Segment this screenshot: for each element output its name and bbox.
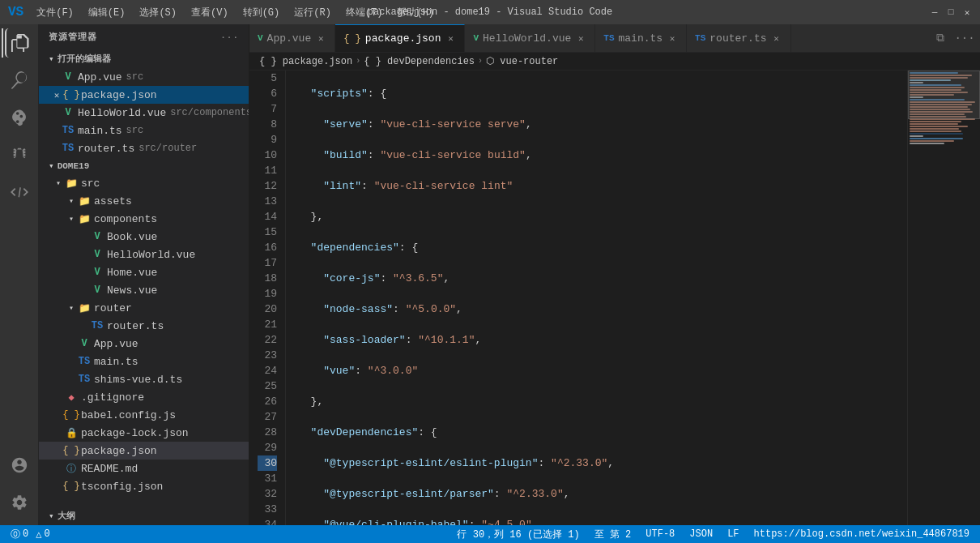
open-editors-section[interactable]: ▾ 打开的编辑器 (39, 49, 249, 68)
ts-file-icon: TS (78, 355, 91, 368)
folder-chevron: ▾ (65, 212, 78, 225)
settings-activity-icon[interactable] (5, 488, 34, 517)
cursor-position-status[interactable]: 行 30，列 16 (已选择 1) (454, 525, 582, 543)
tree-item-app-vue[interactable]: V App.vue (39, 335, 249, 353)
open-editor-app-vue[interactable]: V App.vue src (39, 68, 249, 86)
tree-item-package-lock[interactable]: 🔒 package-lock.json (39, 424, 249, 442)
tab-close-button[interactable]: ✕ (771, 32, 782, 44)
breadcrumb-dev-dependencies[interactable]: { } devDependencies (364, 56, 475, 67)
tree-item-main-ts[interactable]: TS main.ts (39, 353, 249, 370)
open-editor-main-ts[interactable]: TS main.ts src (39, 122, 249, 139)
explorer-activity-icon[interactable] (5, 28, 34, 58)
open-editor-helloworld-vue[interactable]: V HelloWorld.vue src/components (39, 104, 249, 122)
maximize-button[interactable]: □ (946, 7, 956, 17)
status-bar: ⓪ 0 △ 0 行 30，列 16 (已选择 1) 至 第 2 UTF-8 JS… (0, 525, 980, 543)
split-editor-button[interactable]: ⧉ (929, 27, 952, 49)
ts-file-icon: TS (62, 124, 75, 137)
tree-item-shims-vue[interactable]: TS shims-vue.d.ts (39, 370, 249, 388)
menu-select[interactable]: 选择(S) (133, 3, 183, 22)
close-icon[interactable]: ✕ (52, 90, 62, 100)
sidebar: 资源管理器 ··· ▾ 打开的编辑器 V App.vue src ✕ { } p… (39, 24, 249, 525)
json-file-icon: { } (65, 88, 78, 101)
eol-status[interactable]: LF (725, 525, 741, 543)
tree-item-book-vue[interactable]: V Book.vue (39, 228, 249, 246)
search-activity-icon[interactable] (5, 66, 34, 95)
tab-actions: ⧉ ··· (929, 27, 980, 49)
tab-package-json[interactable]: { } package.json ✕ (335, 24, 465, 53)
minimize-button[interactable]: — (930, 7, 940, 17)
gitignore-file-icon: ◆ (65, 391, 78, 404)
tree-item-babel-config[interactable]: { } babel.config.js (39, 406, 249, 424)
language-status[interactable]: JSON (687, 525, 715, 543)
file-tree: ▾ 📁 src ▾ 📁 assets ▾ 📁 components (39, 174, 249, 507)
close-button[interactable]: ✕ (962, 7, 972, 17)
tree-item-readme[interactable]: ⓘ README.md (39, 460, 249, 477)
vue-tab-icon: V (258, 33, 263, 43)
status-bar-right: 行 30，列 16 (已选择 1) 至 第 2 UTF-8 JSON LF ht… (454, 525, 972, 543)
tab-main-ts[interactable]: TS main.ts ✕ (595, 24, 687, 53)
tab-close-button[interactable]: ✕ (575, 32, 586, 44)
breadcrumb-sep: › (478, 57, 483, 66)
tab-close-button[interactable]: ✕ (445, 33, 456, 45)
vscode-logo: VS (8, 5, 23, 19)
tree-item-router-folder[interactable]: ▾ 📁 router (39, 299, 249, 317)
minimap (907, 71, 980, 525)
folder-chevron: ▾ (65, 195, 78, 207)
sidebar-header: 资源管理器 ··· (39, 24, 249, 49)
outline-chevron: ▾ (49, 511, 54, 521)
tab-helloworld-vue[interactable]: V HelloWorld.vue ✕ (465, 24, 595, 53)
sidebar-more-icon[interactable]: ··· (220, 32, 239, 42)
activity-bar (0, 24, 39, 525)
tree-item-components[interactable]: ▾ 📁 components (39, 210, 249, 228)
open-editors-chevron: ▾ (49, 53, 54, 64)
ts-file-icon: TS (62, 142, 75, 155)
menu-file[interactable]: 文件(F) (30, 3, 80, 22)
dome19-section[interactable]: ▾ DOME19 (39, 157, 249, 174)
tree-item-router-ts[interactable]: TS router.ts (39, 317, 249, 335)
ts-file-icon: TS (91, 319, 104, 332)
open-editor-router-ts[interactable]: TS router.ts src/router (39, 139, 249, 157)
blog-link-status[interactable]: https://blog.csdn.net/weixin_44867819 (752, 525, 972, 543)
vue-file-icon: V (78, 337, 91, 350)
editor-area: V App.vue ✕ { } package.json ✕ V HelloWo… (249, 24, 980, 525)
menu-goto[interactable]: 转到(G) (236, 3, 287, 22)
outline-section[interactable]: ▾ 大纲 (39, 507, 249, 525)
line-numbers: 5 6 7 8 9 10 11 12 13 14 15 16 17 18 19 … (249, 71, 286, 525)
breadcrumb-sep: › (356, 57, 360, 66)
tree-item-news-vue[interactable]: V News.vue (39, 281, 249, 299)
encoding-status[interactable]: UTF-8 (643, 525, 677, 543)
accounts-activity-icon[interactable] (5, 451, 34, 480)
vue-file-icon: V (62, 106, 75, 119)
menu-run[interactable]: 运行(R) (288, 3, 338, 22)
open-editor-package-json[interactable]: ✕ { } package.json (39, 86, 249, 104)
tree-item-gitignore[interactable]: ◆ .gitignore (39, 388, 249, 406)
tab-app-vue[interactable]: V App.vue ✕ (249, 24, 335, 53)
vue-file-icon: V (91, 230, 104, 243)
warning-icon: △ (36, 528, 41, 541)
folder-icon: 📁 (78, 195, 91, 207)
tree-item-helloworld-vue[interactable]: V HelloWorld.vue (39, 246, 249, 263)
menu-edit[interactable]: 编辑(E) (82, 3, 132, 22)
breadcrumb-package-json[interactable]: { } package.json (259, 56, 352, 67)
folder-icon: 📁 (65, 177, 78, 190)
source-control-activity-icon[interactable] (5, 103, 34, 132)
extensions-activity-icon[interactable] (5, 177, 34, 207)
tree-item-home-vue[interactable]: V Home.vue (39, 263, 249, 281)
tree-item-package-json[interactable]: { } package.json (39, 442, 249, 460)
breadcrumb-vue-router[interactable]: ⬡ vue-router (486, 55, 558, 67)
vue-file-icon: V (91, 266, 104, 279)
more-tabs-button[interactable]: ··· (953, 27, 976, 49)
tree-item-assets[interactable]: ▾ 📁 assets (39, 192, 249, 210)
tab-router-ts[interactable]: TS router.ts ✕ (687, 24, 790, 53)
tree-item-tsconfig[interactable]: { } tsconfig.json (39, 477, 249, 495)
errors-status[interactable]: ⓪ 0 △ 0 (8, 525, 53, 543)
tab-close-button[interactable]: ✕ (315, 32, 326, 44)
ts-file-icon: TS (78, 373, 91, 386)
line-count-status[interactable]: 至 第 2 (592, 525, 634, 543)
tab-close-button[interactable]: ✕ (667, 32, 678, 44)
folder-chevron: ▾ (65, 301, 78, 314)
code-content[interactable]: "scripts": { "serve": "vue-cli-service s… (286, 71, 907, 525)
menu-view[interactable]: 查看(V) (185, 3, 235, 22)
tree-item-src[interactable]: ▾ 📁 src (39, 174, 249, 192)
debug-activity-icon[interactable] (5, 140, 34, 169)
